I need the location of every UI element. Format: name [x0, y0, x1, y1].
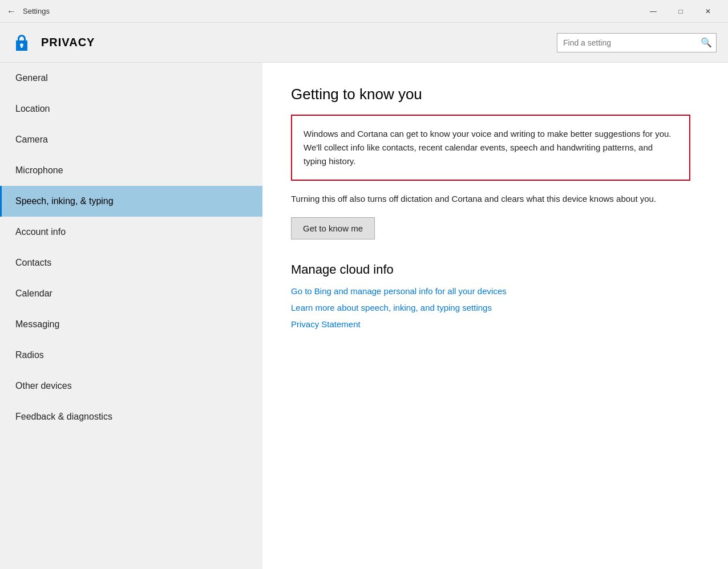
sidebar-item-other-devices[interactable]: Other devices	[0, 371, 262, 401]
sidebar-item-feedback-diagnostics[interactable]: Feedback & diagnostics	[0, 401, 262, 432]
titlebar: ← Settings — □ ✕	[0, 0, 728, 23]
sidebar-item-radios[interactable]: Radios	[0, 340, 262, 371]
sidebar-item-account-info[interactable]: Account info	[0, 217, 262, 247]
search-icon[interactable]: 🔍	[697, 33, 716, 52]
sidebar-item-microphone[interactable]: Microphone	[0, 155, 262, 186]
minimize-button[interactable]: —	[640, 2, 666, 21]
turning-off-text: Turning this off also turns off dictatio…	[291, 192, 690, 206]
titlebar-left: ← Settings	[7, 6, 50, 17]
privacy-statement-link[interactable]: Privacy Statement	[291, 319, 699, 329]
sidebar-item-contacts[interactable]: Contacts	[0, 247, 262, 278]
section-title: Getting to know you	[291, 86, 699, 103]
search-input[interactable]	[557, 38, 697, 47]
back-button[interactable]: ←	[7, 6, 16, 17]
layout: General Location Camera Microphone Speec…	[0, 63, 728, 569]
sidebar: General Location Camera Microphone Speec…	[0, 63, 262, 569]
manage-title: Manage cloud info	[291, 262, 699, 277]
titlebar-controls: — □ ✕	[640, 2, 721, 21]
get-to-know-me-button[interactable]: Get to know me	[291, 217, 375, 239]
header-title: PRIVACY	[41, 36, 95, 49]
bing-link[interactable]: Go to Bing and manage personal info for …	[291, 286, 699, 296]
titlebar-title: Settings	[23, 7, 50, 15]
sidebar-item-speech-inking-typing[interactable]: Speech, inking, & typing	[0, 186, 262, 217]
sidebar-item-calendar[interactable]: Calendar	[0, 278, 262, 309]
maximize-button[interactable]: □	[668, 2, 694, 21]
main-content: Getting to know you Windows and Cortana …	[262, 63, 728, 569]
info-box: Windows and Cortana can get to know your…	[291, 115, 690, 181]
sidebar-item-location[interactable]: Location	[0, 94, 262, 124]
sidebar-item-messaging[interactable]: Messaging	[0, 309, 262, 340]
search-box: 🔍	[557, 33, 717, 52]
close-button[interactable]: ✕	[695, 2, 721, 21]
sidebar-item-general[interactable]: General	[0, 63, 262, 94]
header: PRIVACY 🔍	[0, 23, 728, 63]
info-box-text: Windows and Cortana can get to know your…	[304, 127, 678, 168]
sidebar-item-camera[interactable]: Camera	[0, 124, 262, 155]
privacy-icon	[11, 32, 32, 53]
learn-more-link[interactable]: Learn more about speech, inking, and typ…	[291, 303, 699, 312]
